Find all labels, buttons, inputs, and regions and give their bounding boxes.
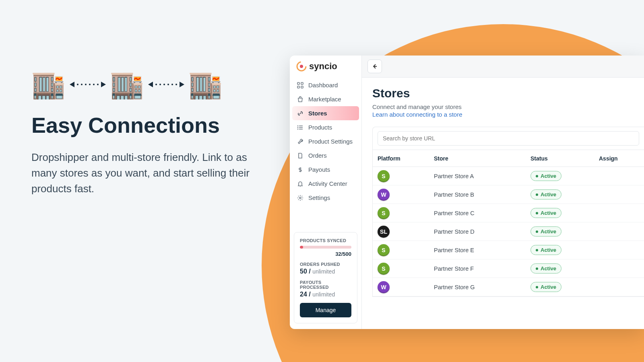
file-icon <box>297 152 303 159</box>
store-name: Partner Store C <box>434 210 530 216</box>
col-platform: Platform <box>378 155 434 162</box>
table-row[interactable]: WPartner Store GActive <box>373 278 644 296</box>
app-window: syncio Dashboard Marketplace Stores Prod… <box>290 56 644 329</box>
nav-label: Payouts <box>308 166 330 173</box>
building-icon: 🏬 <box>188 68 223 101</box>
page-subtitle: Connect and manage your stores <box>372 103 644 110</box>
sidebar: syncio Dashboard Marketplace Stores Prod… <box>290 56 362 329</box>
stats-card: PRODUCTS SYNCED 32/500 ORDERS PUSHED 50 … <box>294 232 357 323</box>
svg-rect-4 <box>297 86 299 88</box>
nav-products[interactable]: Products <box>292 120 359 134</box>
stores-table: Platform Store Status Assign SPartner St… <box>372 127 644 297</box>
platform-badge: S <box>378 244 390 256</box>
svg-point-10 <box>298 127 298 128</box>
platform-badge: SL <box>378 226 390 238</box>
link-icon <box>297 110 303 117</box>
svg-point-1 <box>300 65 303 68</box>
svg-point-13 <box>299 197 301 199</box>
bag-icon <box>297 96 303 103</box>
learn-link[interactable]: Learn about connecting to a store <box>372 111 462 118</box>
status-badge: Active <box>530 171 561 181</box>
payouts-processed-label: PAYOUTS PROCESSED <box>300 280 351 290</box>
products-progress-text: 32/500 <box>300 251 351 257</box>
svg-rect-3 <box>301 82 303 84</box>
brand-name: syncio <box>309 61 337 72</box>
building-diagram: 🏬 🏬 🏬 <box>31 68 257 101</box>
back-button[interactable] <box>367 60 382 73</box>
topbar <box>362 56 644 78</box>
table-row[interactable]: SLPartner Store DActive <box>373 222 644 241</box>
store-name: Partner Store B <box>434 191 530 198</box>
main-area: Stores Connect and manage your stores Le… <box>362 56 644 329</box>
store-name: Partner Store G <box>434 284 530 290</box>
store-name: Partner Store D <box>434 228 530 235</box>
arrow-left-icon <box>372 63 378 70</box>
manage-button[interactable]: Manage <box>300 303 351 317</box>
products-synced-label: PRODUCTS SYNCED <box>300 238 351 243</box>
col-status: Status <box>530 155 599 162</box>
platform-badge: S <box>378 170 390 182</box>
nav-label: Settings <box>308 194 330 201</box>
list-icon <box>297 124 303 131</box>
svg-point-11 <box>298 129 298 129</box>
brand: syncio <box>290 56 361 76</box>
store-name: Partner Store A <box>434 173 530 179</box>
brand-logo-icon <box>296 61 307 72</box>
store-name: Partner Store F <box>434 265 530 272</box>
nav-dashboard[interactable]: Dashboard <box>292 78 359 92</box>
nav-label: Products <box>308 124 332 131</box>
bell-icon <box>297 181 303 187</box>
bidirectional-arrow-icon <box>70 82 106 87</box>
marketing-body: Dropshipper and multi-store friendly. Li… <box>31 150 257 197</box>
svg-point-9 <box>298 125 298 126</box>
nav-activity[interactable]: Activity Center <box>292 177 359 191</box>
dollar-icon <box>297 167 303 173</box>
search-row <box>373 127 644 150</box>
nav-label: Activity Center <box>308 180 347 187</box>
store-name: Partner Store E <box>434 247 530 253</box>
grid-icon <box>297 82 303 88</box>
nav-product-settings[interactable]: Product Settings <box>292 134 359 148</box>
status-badge: Active <box>530 208 561 218</box>
nav-orders[interactable]: Orders <box>292 148 359 162</box>
nav-marketplace[interactable]: Marketplace <box>292 92 359 106</box>
col-store: Store <box>434 155 530 162</box>
building-icon: 🏬 <box>31 68 66 101</box>
platform-badge: S <box>378 263 390 275</box>
platform-badge: W <box>378 281 390 293</box>
orders-pushed-value: 50 / unlimited <box>300 268 351 275</box>
products-progress <box>300 246 351 249</box>
table-row[interactable]: WPartner Store BActive <box>373 185 644 204</box>
content: Stores Connect and manage your stores Le… <box>362 78 644 329</box>
table-head: Platform Store Status Assign <box>373 150 644 167</box>
orders-pushed-label: ORDERS PUSHED <box>300 262 351 267</box>
table-row[interactable]: SPartner Store AActive <box>373 167 644 185</box>
building-icon: 🏬 <box>110 68 144 101</box>
svg-rect-2 <box>297 82 299 84</box>
table-row[interactable]: SPartner Store EActive <box>373 241 644 259</box>
status-badge: Active <box>530 245 561 255</box>
table-row[interactable]: SPartner Store FActive <box>373 259 644 278</box>
status-badge: Active <box>530 226 561 237</box>
page-title: Stores <box>372 86 644 100</box>
table-row[interactable]: SPartner Store CActive <box>373 204 644 222</box>
status-badge: Active <box>530 263 561 274</box>
marketing-heading: Easy Connections <box>31 113 257 138</box>
nav-stores[interactable]: Stores <box>292 106 359 120</box>
wrench-icon <box>297 138 303 145</box>
gear-icon <box>297 195 303 201</box>
marketing-panel: 🏬 🏬 🏬 Easy Connections Dropshipper and m… <box>31 68 257 197</box>
platform-badge: W <box>378 189 390 201</box>
nav-payouts[interactable]: Payouts <box>292 162 359 177</box>
platform-badge: S <box>378 207 390 219</box>
nav-label: Dashboard <box>308 82 338 88</box>
svg-rect-5 <box>301 86 303 88</box>
status-badge: Active <box>530 282 561 292</box>
nav-list: Dashboard Marketplace Stores Products Pr… <box>290 76 361 207</box>
nav-settings[interactable]: Settings <box>292 191 359 205</box>
search-input[interactable] <box>378 131 639 146</box>
payouts-processed-value: 24 / unlimited <box>300 291 351 298</box>
nav-label: Orders <box>308 152 327 159</box>
status-badge: Active <box>530 189 561 200</box>
bidirectional-arrow-icon <box>148 82 184 87</box>
